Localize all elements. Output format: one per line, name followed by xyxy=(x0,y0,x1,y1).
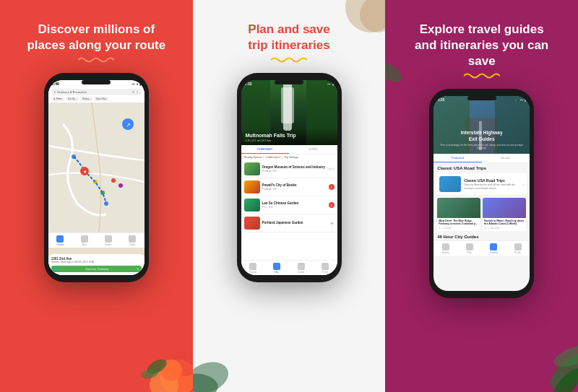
panel-explore: Explore travel guides and itineraries yo… xyxy=(385,0,578,392)
close-icon: ✕ xyxy=(132,90,134,94)
list-item: Lan Su Chinese Garden 9 hr - 5 hr 2 xyxy=(241,196,337,214)
add-icon[interactable]: + xyxy=(330,219,335,227)
filter-chip-sort[interactable]: Sort By ↓ xyxy=(66,97,79,101)
item-time-3: 2 xyxy=(329,202,335,208)
item-thumb-1 xyxy=(244,162,260,175)
subtab-settings[interactable]: Trip Settings xyxy=(284,156,298,159)
phone-screen-3: 4:25 🏴 ▪▪▪ ▮ xyxy=(434,96,530,291)
map-banner[interactable]: 🌐 Summer Getaway ✕ xyxy=(51,266,142,272)
itinerary-nav-bar: Nearby Map Guides Profile xyxy=(241,260,337,275)
map-banner-globe: 🌐 xyxy=(54,267,58,271)
tab-guide[interactable]: GUIDE xyxy=(289,145,337,154)
tab-nearby[interactable]: Nearby xyxy=(482,154,530,162)
phone-screen-2: 2:32 ▪▪▪ ▮ xyxy=(241,80,337,275)
guides-sub-thumb-2 xyxy=(483,198,526,218)
hamburger-icon: ≡ xyxy=(54,90,56,94)
guides-sub-meta-2: 5 ☆ | 3.8k items xyxy=(484,227,525,230)
guides-main-desc: Discover America on and off the road wit… xyxy=(464,183,519,190)
subtab-collab[interactable]: Collaborators xyxy=(266,156,281,159)
nav-nearby-2[interactable]: Nearby xyxy=(249,263,256,274)
guides-icon xyxy=(105,235,112,243)
map-header: ≡ Outdoors & Recreation ✕ ⋮ ⚙ Filters So… xyxy=(48,87,144,103)
list-item: Oregon Museum of Science and Industry Po… xyxy=(241,160,337,178)
leaves-right-decoration xyxy=(520,284,578,392)
search-text: Outdoors & Recreation xyxy=(57,90,87,94)
phone-screen-1: 2:49 ▪▪▪ ▾ ▮ ≡ Outdoors & Recreation ✕ xyxy=(48,80,144,275)
status-icons-3: 🏴 ▪▪▪ ▮ xyxy=(515,98,526,102)
filter-chip-open[interactable]: Open Now xyxy=(94,97,108,101)
guides-icon-2 xyxy=(298,263,305,270)
guides-main-item-inner: Classic USA Road Trips Discover America … xyxy=(436,173,527,195)
phone-shell-1: 2:49 ▪▪▪ ▾ ▮ ≡ Outdoors & Recreation ✕ xyxy=(44,73,149,282)
panel-1-title: Discover millions of places along your r… xyxy=(12,22,180,53)
nav-profile-3[interactable]: Profile xyxy=(514,243,522,254)
nav-profile[interactable]: Profile xyxy=(129,235,136,246)
nav-nearby[interactable]: Nearby xyxy=(56,235,64,246)
nav-nearby-3[interactable]: Nearby xyxy=(442,243,449,254)
nav-map-2[interactable]: Map xyxy=(273,263,280,274)
panel-discover: Discover millions of places along your r… xyxy=(0,0,193,392)
tab-itinerary[interactable]: ITINERARY xyxy=(241,145,290,154)
map-banner-text: Summer Getaway xyxy=(85,267,108,271)
status-bar-1: 2:49 ▪▪▪ ▾ ▮ xyxy=(48,80,144,87)
map-search-bar[interactable]: ≡ Outdoors & Recreation ✕ ⋮ xyxy=(51,89,142,95)
flowers-decoration xyxy=(135,305,193,392)
status-time-1: 2:49 xyxy=(52,82,59,86)
map-city: Seattle, Washington 98101-2012 USA xyxy=(51,261,142,263)
nav-play[interactable]: Play xyxy=(466,243,473,254)
filter-chip-filters[interactable]: ⚙ Filters xyxy=(51,97,64,101)
chevron-right-icon: › xyxy=(522,181,525,188)
play-icon xyxy=(466,243,473,251)
signal-icon-2: ▪▪▪ xyxy=(327,82,330,86)
guides-sub-title-1: Must Drive: The Blue Ridge Parkway conne… xyxy=(439,219,479,225)
nav-content[interactable]: Content xyxy=(490,243,498,254)
item-number-3: 2 xyxy=(329,202,335,208)
guides-sub-item-1[interactable]: Must Drive: The Blue Ridge Parkway conne… xyxy=(437,198,480,230)
filter-chip-rating[interactable]: Rating ↓ xyxy=(80,97,92,101)
profile-icon-3 xyxy=(514,243,522,251)
guides-main-item[interactable]: Classic USA Road Trips Discover America … xyxy=(436,173,527,195)
map-banner-close[interactable]: ✕ xyxy=(137,267,139,271)
item-time-2: 1 xyxy=(329,184,335,190)
guides-hero-content: Interstate Highway Exit Guides Your exit… xyxy=(434,130,530,149)
content-icon xyxy=(490,243,497,251)
profile-icon xyxy=(129,235,136,243)
guides-nav-bar: Nearby Play Content Profile xyxy=(434,240,530,256)
guides-sub-item-2[interactable]: Boston to Miami: Road trip down the Atla… xyxy=(483,198,526,230)
guides-sub-info-2: Boston to Miami: Road trip down the Atla… xyxy=(483,218,526,230)
phone-1: 2:49 ▪▪▪ ▾ ▮ ≡ Outdoors & Recreation ✕ xyxy=(44,73,149,282)
map-icon xyxy=(81,235,88,243)
map-nav-bar: Nearby Map Guides Profile xyxy=(48,232,144,248)
nearby-icon xyxy=(56,235,64,243)
panel-3-title: Explore travel guides and itineraries yo… xyxy=(385,22,578,69)
itinerary-list: Oregon Museum of Science and Industry Po… xyxy=(241,160,337,260)
flag-icon: 🏴 xyxy=(515,98,519,102)
guides-sub-meta-1: 4 ☆ | 2 items xyxy=(439,227,479,230)
guides-sub-title-2: Boston to Miami: Road trip down the Atla… xyxy=(484,219,525,225)
nav-profile-2[interactable]: Profile xyxy=(322,263,329,274)
wave-decoration-3 xyxy=(464,72,500,79)
map-icon-2 xyxy=(273,263,280,270)
nav-guides-2[interactable]: Guides xyxy=(298,263,305,274)
phone-2: 2:32 ▪▪▪ ▮ xyxy=(237,73,342,282)
item-thumb-2 xyxy=(244,180,260,193)
phone-3: 4:25 🏴 ▪▪▪ ▮ xyxy=(429,89,534,298)
map-svg: ★ ↗ xyxy=(48,103,144,232)
status-icons-1: ▪▪▪ ▾ ▮ xyxy=(132,82,141,86)
battery-icon: ▮ xyxy=(139,82,141,86)
status-time-2: 2:32 xyxy=(245,82,252,86)
item-name-4: Portland Japanese Garden xyxy=(262,221,328,225)
nav-map[interactable]: Map xyxy=(81,235,88,246)
signal-icon: ▪▪▪ xyxy=(132,82,135,86)
status-bar-3: 4:25 🏴 ▪▪▪ ▮ xyxy=(434,96,530,103)
nav-guides[interactable]: Guides xyxy=(105,235,112,246)
profile-icon-2 xyxy=(322,263,329,270)
item-sub-2: Portland, OR xyxy=(262,188,327,191)
guides-main-text: Classic USA Road Trips Discover America … xyxy=(464,178,519,190)
svg-text:↗: ↗ xyxy=(125,122,130,129)
item-thumb-4 xyxy=(244,217,260,230)
tab-featured[interactable]: Featured xyxy=(434,154,482,162)
subtab-routing[interactable]: Routing Options xyxy=(244,156,262,159)
wave-decoration-1 xyxy=(78,56,114,64)
guides-hero-sub: Your exit strategy for the best places t… xyxy=(438,144,525,149)
